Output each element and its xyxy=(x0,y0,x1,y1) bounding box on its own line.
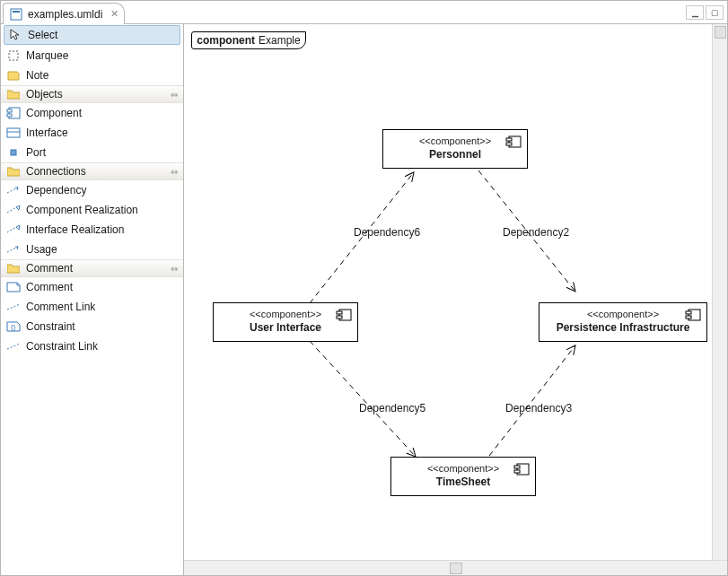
tool-label: Port xyxy=(26,146,46,159)
svg-rect-31 xyxy=(514,470,520,473)
maximize-view-button[interactable]: ▢ xyxy=(706,5,724,20)
tool-label: Interface xyxy=(26,127,68,139)
tool-label: Dependency xyxy=(26,184,86,196)
svg-rect-27 xyxy=(686,311,691,314)
marquee-icon xyxy=(6,48,21,63)
svg-line-9 xyxy=(7,188,18,193)
tool-label: Interface Realization xyxy=(26,223,124,236)
tool-label: Constraint Link xyxy=(26,340,98,353)
tool-label: Component xyxy=(26,107,82,119)
tool-label: Select xyxy=(28,29,57,41)
drawer-comment[interactable]: Comment ⇔ xyxy=(1,259,183,277)
svg-line-10 xyxy=(7,207,16,213)
drawer-label: Connections xyxy=(26,165,86,178)
component-name: Personnel xyxy=(392,148,518,161)
component-name: User Interface xyxy=(223,321,348,334)
tool-comment-link[interactable]: Comment Link xyxy=(1,297,183,317)
component-name: Persistence Infrastructure xyxy=(548,321,697,334)
stereotype-label: <<component>> xyxy=(548,309,697,319)
component-timesheet[interactable]: <<component>> TimeSheet xyxy=(390,457,536,496)
svg-rect-22 xyxy=(506,143,512,145)
tool-interface-realization[interactable]: Interface Realization xyxy=(1,220,183,240)
dependency-label-5[interactable]: Dependency5 xyxy=(359,402,425,415)
tool-label: Comment Link xyxy=(26,301,95,313)
svg-text:{}: {} xyxy=(11,323,16,331)
stereotype-label: <<component>> xyxy=(400,463,526,474)
drawer-objects[interactable]: Objects ⇔ xyxy=(1,85,183,103)
svg-rect-8 xyxy=(11,150,16,155)
frame-name: Example xyxy=(259,34,301,47)
tool-label: Note xyxy=(26,69,48,82)
svg-line-15 xyxy=(7,344,20,349)
editor-body: Select Marquee Note Objects ⇔ Component xyxy=(1,24,727,575)
vertical-scrollbar[interactable] xyxy=(712,24,727,560)
tool-note[interactable]: Note xyxy=(1,65,183,85)
component-name: TimeSheet xyxy=(400,476,526,488)
component-glyph-icon xyxy=(685,309,701,324)
tool-dependency[interactable]: Dependency xyxy=(1,180,183,200)
drawer-connections[interactable]: Connections ⇔ xyxy=(1,162,183,180)
horizontal-scrollbar[interactable] xyxy=(184,560,727,575)
tool-marquee[interactable]: Marquee xyxy=(1,46,183,65)
comment-icon xyxy=(6,280,21,294)
svg-rect-6 xyxy=(7,128,20,137)
tool-label: Component Realization xyxy=(26,204,138,216)
close-tab-icon[interactable]: ✕ xyxy=(110,8,118,20)
application-window: examples.umldi ✕ ▁ ▢ Select Marquee Note xyxy=(0,0,728,576)
tool-select[interactable]: Select xyxy=(4,25,180,45)
svg-rect-28 xyxy=(686,316,691,319)
note-icon xyxy=(6,68,21,83)
svg-rect-25 xyxy=(337,316,342,319)
editor-tab[interactable]: examples.umldi ✕ xyxy=(3,3,125,24)
scrollbar-thumb[interactable] xyxy=(450,563,462,574)
svg-rect-2 xyxy=(9,51,18,60)
dependency-label-3[interactable]: Dependency3 xyxy=(505,402,572,415)
drawer-label: Comment xyxy=(26,262,73,275)
pin-icon[interactable]: ⇔ xyxy=(171,264,178,274)
svg-rect-4 xyxy=(7,109,12,112)
stereotype-label: <<component>> xyxy=(223,309,348,319)
svg-rect-5 xyxy=(7,114,12,117)
diagram-canvas[interactable]: component Example xyxy=(184,24,727,560)
component-personnel[interactable]: <<component>> Personnel xyxy=(382,129,528,169)
cursor-icon xyxy=(8,28,22,42)
tool-constraint-link[interactable]: Constraint Link xyxy=(1,336,183,356)
tool-component[interactable]: Component xyxy=(1,103,183,123)
component-persistence-infrastructure[interactable]: <<component>> Persistence Infrastructure xyxy=(539,302,707,342)
interface-icon xyxy=(6,126,21,140)
scrollbar-thumb[interactable] xyxy=(715,26,726,39)
tool-label: Marquee xyxy=(26,49,68,62)
dependency-label-2[interactable]: Dependency2 xyxy=(503,226,569,239)
minimize-view-button[interactable]: ▁ xyxy=(686,5,704,20)
pin-icon[interactable]: ⇔ xyxy=(171,90,178,100)
tool-palette: Select Marquee Note Objects ⇔ Component xyxy=(1,24,184,575)
dependency-label-6[interactable]: Dependency6 xyxy=(354,226,420,239)
stereotype-label: <<component>> xyxy=(392,135,518,146)
folder-icon xyxy=(6,87,21,101)
file-icon xyxy=(9,7,23,22)
tool-interface[interactable]: Interface xyxy=(1,123,183,143)
pin-icon[interactable]: ⇔ xyxy=(171,167,178,177)
dependency-icon xyxy=(6,183,21,197)
svg-line-19 xyxy=(489,345,575,456)
diagram-frame-label: component Example xyxy=(191,31,306,49)
tool-port[interactable]: Port xyxy=(1,143,183,162)
component-glyph-icon xyxy=(336,309,352,324)
constraint-link-icon xyxy=(6,339,21,353)
canvas-wrapper: component Example xyxy=(184,24,727,575)
svg-rect-0 xyxy=(11,9,22,20)
component-user-interface[interactable]: <<component>> User Interface xyxy=(213,302,358,342)
component-glyph-icon xyxy=(513,463,530,478)
tool-component-realization[interactable]: Component Realization xyxy=(1,200,183,220)
svg-rect-24 xyxy=(337,311,342,314)
tool-usage[interactable]: Usage xyxy=(1,240,183,259)
drawer-label: Objects xyxy=(26,88,63,100)
tool-label: Comment xyxy=(26,281,73,293)
realization-icon xyxy=(6,203,21,217)
frame-keyword: component xyxy=(197,34,255,47)
folder-icon xyxy=(6,164,21,179)
comment-link-icon xyxy=(6,300,21,314)
interface-realization-icon xyxy=(6,223,21,237)
tool-constraint[interactable]: {} Constraint xyxy=(1,317,183,336)
tool-comment[interactable]: Comment xyxy=(1,277,183,297)
